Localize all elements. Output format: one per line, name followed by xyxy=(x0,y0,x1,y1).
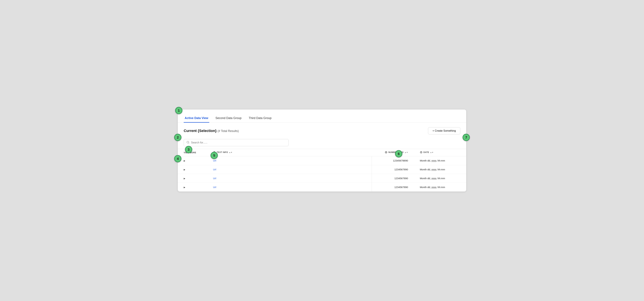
tab-third-data-group[interactable]: Third Data Group xyxy=(248,114,272,123)
badge-2: 2 xyxy=(174,134,182,141)
badge-6: 6 xyxy=(395,150,402,157)
row-url-cell: Url xyxy=(213,156,372,165)
row-number-cell: 1234567890 xyxy=(372,183,414,192)
table-row: ▶ Url 1234567890 Month dd, yyyy, hh:mm xyxy=(178,165,466,174)
row-date-cell: Month dd, yyyy, hh:mm xyxy=(414,156,466,165)
row-date-cell: Month dd, yyyy, hh:mm xyxy=(414,183,466,192)
page-subtitle: (# Total Results) xyxy=(218,129,239,133)
row-url-cell: Url xyxy=(213,165,372,174)
col-header-view-more: VIEW MORE xyxy=(178,149,213,156)
number-info-icon: # xyxy=(385,151,388,154)
tabs-bar: Active Data View Second Data Group Third… xyxy=(178,110,466,123)
badge-4: 4 xyxy=(174,155,182,162)
main-container: 1 2 3 4 5 6 7 Active Data View Second Da… xyxy=(178,110,466,191)
expand-arrow[interactable]: ▶ xyxy=(184,168,185,171)
row-expand-cell: ▶ xyxy=(178,165,213,174)
row-number-cell: 1234567890 xyxy=(372,174,414,183)
table-row: ▶ Url 12345678890 Month dd, yyyy, hh:mm xyxy=(178,156,466,165)
tab-active-data-view[interactable]: Active Data View xyxy=(184,114,209,123)
search-area xyxy=(178,138,466,149)
row-url-link[interactable]: Url xyxy=(213,168,216,171)
row-date-cell: Month dd, yyyy, hh:mm xyxy=(414,165,466,174)
data-table: VIEW MORE T TEXT INFO ▲▼ xyxy=(178,149,466,191)
expand-arrow[interactable]: ▶ xyxy=(184,177,185,180)
table-body: ▶ Url 12345678890 Month dd, yyyy, hh:mm … xyxy=(178,156,466,192)
main-card: Active Data View Second Data Group Third… xyxy=(178,110,466,191)
row-expand-cell: ▶ xyxy=(178,174,213,183)
badge-3: 3 xyxy=(185,146,192,153)
row-url-link[interactable]: Url xyxy=(213,159,216,162)
page-title: Current {Selection}(# Total Results) xyxy=(184,129,239,133)
tab-second-data-group[interactable]: Second Data Group xyxy=(214,114,242,123)
row-number-cell: 12345678890 xyxy=(372,156,414,165)
col-header-text-info: T TEXT INFO ▲▼ xyxy=(213,149,372,156)
search-input[interactable] xyxy=(191,141,286,144)
expand-arrow[interactable]: ▶ xyxy=(184,186,185,189)
search-box-container xyxy=(184,139,288,146)
table-header-row: VIEW MORE T TEXT INFO ▲▼ xyxy=(178,149,466,156)
row-number-cell: 1234567890 xyxy=(372,165,414,174)
table-row: ▶ Url 1234567890 Month dd, yyyy, hh:mm xyxy=(178,174,466,183)
row-expand-cell: ▶ xyxy=(178,156,213,165)
page-title-text: Current {Selection} xyxy=(184,129,217,133)
header-row: Current {Selection}(# Total Results) + C… xyxy=(178,123,466,138)
row-url-link[interactable]: Url xyxy=(213,177,216,180)
row-expand-cell: ▶ xyxy=(178,183,213,192)
badge-7: 7 xyxy=(462,134,470,141)
number-info-sort-icon[interactable]: ▲▼ xyxy=(404,151,408,153)
svg-text:#: # xyxy=(386,152,386,153)
badge-5: 5 xyxy=(210,152,218,159)
row-url-cell: Url xyxy=(213,183,372,192)
col-header-number-info: # NUMBER INFO ▲▼ xyxy=(372,149,414,156)
row-url-cell: Url xyxy=(213,174,372,183)
date-icon: D xyxy=(420,151,422,154)
svg-text:D: D xyxy=(420,152,422,153)
row-url-link[interactable]: Url xyxy=(213,186,216,189)
col-header-date: D DATE ▲▼ xyxy=(414,149,466,156)
badge-1: 1 xyxy=(175,107,182,114)
text-info-sort-icon[interactable]: ▲▼ xyxy=(229,151,232,153)
date-sort-icon[interactable]: ▲▼ xyxy=(430,151,434,153)
search-icon xyxy=(186,141,190,144)
svg-line-1 xyxy=(188,143,189,143)
row-date-cell: Month dd, yyyy, hh:mm xyxy=(414,174,466,183)
expand-arrow[interactable]: ▶ xyxy=(184,160,185,162)
create-something-button[interactable]: + Create Something xyxy=(428,127,460,134)
table-row: ▶ Url 1234567890 Month dd, yyyy, hh:mm xyxy=(178,183,466,192)
